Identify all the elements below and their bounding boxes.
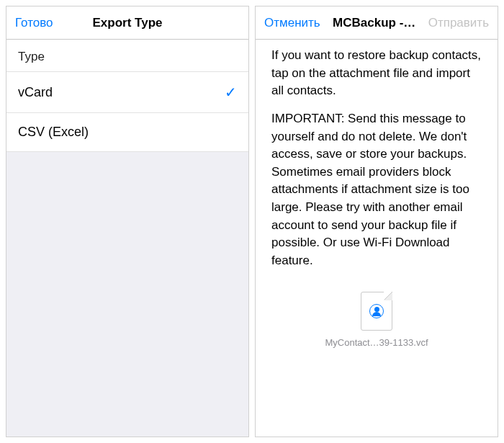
app-container: Готово Export Type Type vCard ✓ CSV (Exc… <box>6 6 498 437</box>
row-vcard[interactable]: vCard ✓ <box>6 72 248 113</box>
attachment[interactable]: MyContact…39-1133.vcf <box>271 292 482 350</box>
mail-compose-panel: Отменить MCBackup -… Отправить If you wa… <box>255 6 498 437</box>
left-body: Type vCard ✓ CSV (Excel) <box>6 40 248 437</box>
attachment-filename: MyContact…39-1133.vcf <box>325 336 428 350</box>
mail-body[interactable]: If you want to restore backup contacts, … <box>256 40 498 437</box>
cancel-button[interactable]: Отменить <box>264 16 320 30</box>
row-csv-label: CSV (Excel) <box>18 125 89 140</box>
left-nav-title: Export Type <box>66 16 189 30</box>
row-vcard-label: vCard <box>18 85 53 100</box>
send-button[interactable]: Отправить <box>428 16 489 30</box>
done-button[interactable]: Готово <box>15 16 66 30</box>
right-nav-title: MCBackup -… <box>320 16 428 30</box>
contact-icon <box>369 304 384 318</box>
export-type-panel: Готово Export Type Type vCard ✓ CSV (Exc… <box>6 6 249 437</box>
left-navbar: Готово Export Type <box>6 6 248 40</box>
mail-paragraph-2: IMPORTANT: Send this message to yourself… <box>271 110 482 270</box>
mail-paragraph-1: If you want to restore backup contacts, … <box>271 47 482 100</box>
right-navbar: Отменить MCBackup -… Отправить <box>256 6 498 40</box>
type-section-header: Type <box>6 40 248 72</box>
row-csv[interactable]: CSV (Excel) <box>6 113 248 152</box>
checkmark-icon: ✓ <box>225 84 237 101</box>
vcf-file-icon <box>361 292 392 331</box>
